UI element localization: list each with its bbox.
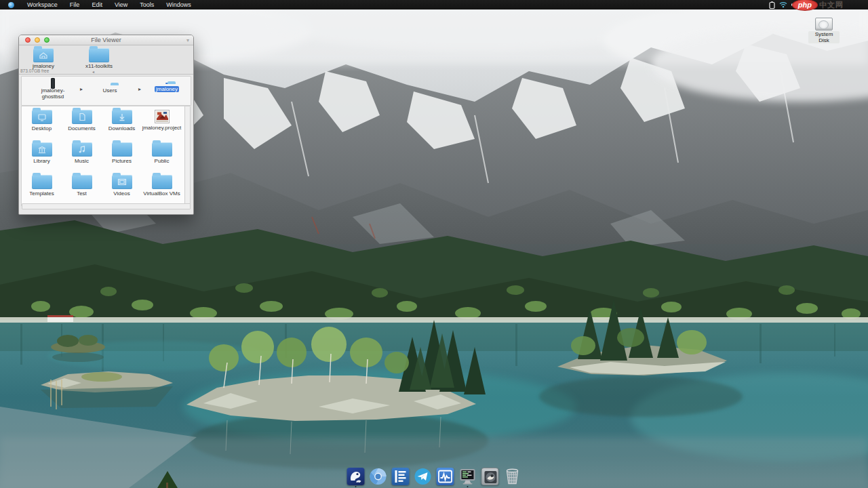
- path-item-users[interactable]: Users: [88, 80, 132, 94]
- shelf: jmaloney 873.07GB free x11-toolkits ◂: [19, 45, 193, 75]
- system-menu-icon[interactable]: [8, 2, 14, 8]
- file-label: Public: [155, 158, 170, 164]
- running-indicator: [467, 486, 469, 487]
- free-space-label: 873.07GB free: [20, 68, 49, 73]
- path-bar: jmaloney-ghostbsd ▸ Users ▸ jmaloney: [21, 76, 191, 106]
- file-label: Library: [33, 158, 50, 164]
- shelf-badge-icon: ◂: [92, 69, 94, 74]
- downloads-folder-icon: [112, 110, 132, 124]
- folder-icon: [89, 48, 109, 62]
- menu-file[interactable]: File: [64, 0, 86, 9]
- horizontal-scrollbar[interactable]: [22, 203, 191, 209]
- file-item-downloads[interactable]: Downloads: [102, 107, 142, 140]
- shelf-x11-label: x11-toolkits: [80, 63, 118, 69]
- text-editor-icon: [392, 468, 410, 485]
- dock: [347, 468, 521, 485]
- php-logo: php: [792, 0, 818, 11]
- watermark: php 中文网: [792, 0, 844, 11]
- watermark-text: 中文网: [819, 0, 844, 10]
- file-item-pictures[interactable]: Pictures: [102, 140, 142, 172]
- file-label: Desktop: [32, 125, 52, 131]
- home-label: jmaloney: [155, 86, 179, 92]
- file-item-public[interactable]: Public: [142, 140, 182, 172]
- file-item-project[interactable]: jmaloney.project: [142, 107, 182, 140]
- image-viewer-icon: [481, 468, 499, 485]
- file-item-documents[interactable]: Documents: [62, 107, 102, 140]
- desktop: Workspace File Edit View Tools Windows 1…: [0, 0, 868, 488]
- vertical-scrollbar[interactable]: [184, 106, 191, 206]
- menu-windows[interactable]: Windows: [160, 0, 197, 9]
- folder-icon: [152, 142, 172, 157]
- dock-item-terminal[interactable]: [459, 468, 477, 485]
- menu-edit[interactable]: Edit: [85, 0, 108, 9]
- file-item-desktop[interactable]: Desktop: [22, 107, 62, 140]
- telegram-icon: [414, 468, 432, 485]
- file-label: Test: [77, 190, 87, 197]
- menu-bar: Workspace File Edit View Tools Windows 1…: [0, 0, 868, 9]
- system-monitor-icon: [437, 468, 454, 485]
- path-arrow-icon: ▸: [80, 86, 83, 92]
- file-viewer-window: File Viewer ▾ jmaloney 873.07GB free x11…: [18, 35, 194, 215]
- menu-workspace[interactable]: Workspace: [21, 0, 64, 9]
- gworkspace-icon: [347, 468, 365, 485]
- project-file-icon: [155, 110, 170, 123]
- trash-icon: [504, 468, 521, 485]
- icon-view: Desktop Documents Downloads: [22, 107, 182, 205]
- menu-view[interactable]: View: [108, 0, 134, 9]
- file-label: VirtualBox VMs: [143, 190, 180, 197]
- shelf-item-home[interactable]: jmaloney: [24, 48, 62, 69]
- dock-item-system-monitor[interactable]: [437, 468, 454, 485]
- system-disk-label: System Disk: [808, 31, 840, 43]
- dock-item-telegram[interactable]: [414, 468, 432, 485]
- folder-icon: [152, 175, 172, 189]
- dock-item-text-editor[interactable]: [392, 468, 410, 485]
- file-label: Templates: [29, 190, 54, 197]
- path-item-computer[interactable]: jmaloney-ghostbsd: [31, 79, 75, 100]
- videos-folder-icon: [112, 175, 132, 189]
- file-label: Music: [75, 158, 89, 164]
- shelf-item-x11-toolkits[interactable]: x11-toolkits: [80, 48, 118, 69]
- music-folder-icon: [72, 142, 92, 157]
- file-item-videos[interactable]: Videos: [102, 172, 142, 205]
- title-bar[interactable]: File Viewer ▾: [19, 35, 193, 45]
- dock-item-chromium[interactable]: [370, 468, 387, 485]
- battery-icon[interactable]: [769, 1, 775, 9]
- dock-item-image-viewer[interactable]: [481, 468, 499, 485]
- hard-disk-icon: [815, 18, 833, 30]
- file-label: Videos: [113, 190, 130, 197]
- file-label: jmaloney.project: [142, 125, 182, 131]
- dock-item-trash[interactable]: [504, 468, 521, 485]
- documents-folder-icon: [72, 110, 92, 124]
- dock-item-gworkspace[interactable]: [347, 468, 365, 485]
- wifi-icon[interactable]: [779, 1, 787, 8]
- computer-label: jmaloney-ghostbsd: [31, 87, 75, 100]
- folder-icon: [72, 175, 92, 189]
- folder-icon: [32, 175, 52, 189]
- file-item-templates[interactable]: Templates: [22, 172, 62, 205]
- path-item-home-selected[interactable]: jmaloney: [145, 79, 189, 92]
- menu-tools[interactable]: Tools: [134, 0, 160, 9]
- file-item-test[interactable]: Test: [62, 172, 102, 205]
- chromium-icon: [370, 468, 387, 485]
- desktop-icon-system-disk[interactable]: System Disk: [808, 18, 840, 45]
- library-folder-icon: [32, 142, 52, 157]
- file-label: Documents: [68, 125, 95, 131]
- users-label: Users: [102, 87, 119, 94]
- file-item-virtualbox-vms[interactable]: VirtualBox VMs: [142, 172, 182, 205]
- running-indicator: [355, 486, 357, 487]
- terminal-icon: [459, 468, 477, 485]
- home-folder-icon: [33, 48, 54, 62]
- path-arrow-icon: ▸: [138, 86, 141, 92]
- desktop-folder-icon: [32, 110, 52, 124]
- window-title: File Viewer: [19, 37, 193, 43]
- file-label: Pictures: [112, 158, 132, 164]
- file-label: Downloads: [108, 125, 136, 131]
- miniaturize-icon[interactable]: ▾: [186, 37, 189, 43]
- folder-icon: [112, 142, 132, 157]
- computer-icon: [51, 80, 55, 87]
- file-item-music[interactable]: Music: [62, 140, 102, 172]
- file-item-library[interactable]: Library: [22, 140, 62, 172]
